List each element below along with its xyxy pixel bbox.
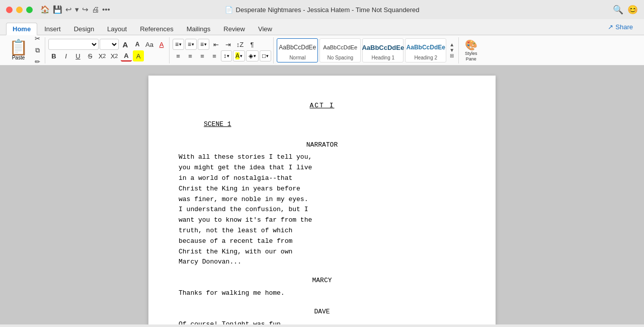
search-icon[interactable]: 🔍: [613, 5, 623, 15]
chevron-down-icon: ▼: [449, 47, 454, 53]
styles-pane-icon: 🎨: [465, 39, 477, 51]
justify-button[interactable]: ≡: [209, 50, 220, 61]
clipboard-group: 📋 Paste ✂ ⧉ ✏: [4, 37, 45, 63]
italic-button[interactable]: I: [60, 50, 71, 61]
styles-pane-label: StylesPane: [462, 51, 480, 62]
sort-button[interactable]: ↕Z: [234, 39, 246, 50]
style-h2-name: Heading 2: [414, 55, 437, 60]
save-icon[interactable]: 💾: [53, 5, 62, 14]
clear-format-button[interactable]: A: [156, 39, 167, 50]
style-normal-name: Normal: [289, 55, 305, 60]
styles-nav-button[interactable]: ▲ ▼ ⊞: [448, 37, 456, 63]
copy-button[interactable]: ⧉: [32, 45, 43, 56]
font-group: A A Aa A B I U S X2 X2 A A: [46, 37, 170, 63]
shading-button[interactable]: ◈▾: [246, 50, 259, 61]
marcy-character: MARCY: [179, 276, 465, 286]
increase-indent-button[interactable]: ⇥: [222, 39, 233, 50]
style-nospace-name: No Spacing: [327, 55, 353, 60]
text-highlight-btn[interactable]: A: [133, 50, 144, 61]
underline-button[interactable]: U: [72, 50, 84, 61]
style-h1-name: Heading 1: [371, 55, 394, 60]
multilevel-list-button[interactable]: ≡▾: [198, 39, 209, 50]
tab-review[interactable]: Review: [217, 23, 251, 35]
redo-icon[interactable]: ↪: [82, 5, 89, 14]
print-icon[interactable]: 🖨: [92, 5, 99, 14]
more-icon[interactable]: •••: [102, 5, 110, 14]
home-icon[interactable]: 🏠: [40, 5, 50, 14]
paste-button[interactable]: 📋 Paste: [6, 39, 31, 61]
grow-font-button[interactable]: A: [120, 39, 131, 50]
bullet-list-button[interactable]: ≡▾: [173, 39, 184, 50]
chevron-up-icon: ▲: [449, 42, 454, 47]
bold-button[interactable]: B: [48, 50, 59, 61]
tab-layout[interactable]: Layout: [101, 23, 133, 35]
style-normal-preview: AaBbCcDdEe: [279, 40, 316, 55]
font-size-select[interactable]: [100, 39, 119, 50]
shrink-font-button[interactable]: A: [132, 39, 143, 50]
style-nospace-preview: AaBbCcDdEe: [323, 40, 357, 55]
minimize-button[interactable]: [16, 7, 23, 13]
emoji-icon[interactable]: 😊: [627, 5, 638, 15]
superscript-button[interactable]: X2: [109, 50, 120, 61]
decrease-indent-button[interactable]: ⇤: [210, 39, 221, 50]
scene-heading: SCENE 1: [204, 119, 465, 130]
borders-button[interactable]: □▾: [260, 50, 271, 61]
styles-group: AaBbCcDdEe Normal AaBbCcDdEe No Spacing …: [275, 37, 485, 63]
document-page[interactable]: ACT I SCENE 1 NARRATOR With all these st…: [148, 76, 496, 324]
align-left-button[interactable]: ≡: [173, 50, 184, 61]
close-button[interactable]: [6, 7, 13, 13]
styles-pane-button[interactable]: 🎨 StylesPane: [458, 37, 483, 63]
share-button[interactable]: ↗ Share: [603, 21, 638, 33]
document-area[interactable]: ACT I SCENE 1 NARRATOR With all these st…: [0, 66, 644, 324]
tab-design[interactable]: Design: [68, 23, 100, 35]
line-spacing-button[interactable]: ↕▾: [221, 50, 232, 61]
pilcrow-button[interactable]: ¶: [247, 39, 258, 50]
dave-character: DAVE: [179, 307, 465, 317]
align-center-button[interactable]: ≡: [185, 50, 196, 61]
marcy-dialog: Thanks for walking me home.: [179, 288, 465, 299]
style-heading1[interactable]: AaBbCcDdEe Heading 1: [362, 38, 404, 62]
font-family-select[interactable]: [48, 39, 99, 50]
style-normal[interactable]: AaBbCcDdEe Normal: [277, 38, 318, 62]
para-bottom-row: ≡ ≡ ≡ ≡ ↕▾ A▾ ◈▾ □▾: [173, 50, 271, 61]
narrator-dialog: With all these stories I tell you, you m…: [179, 152, 465, 268]
font-color-btn[interactable]: A: [121, 50, 132, 61]
act-heading: ACT I: [179, 101, 465, 111]
title-center: 📄 Desperate Nightmares - Jessica Hatem -…: [225, 6, 420, 14]
expand-icon: ⊞: [450, 53, 454, 58]
ribbon-tabs: Home Insert Design Layout References Mai…: [0, 19, 644, 35]
strikethrough-button[interactable]: S: [85, 50, 96, 61]
ribbon-toolbar: 📋 Paste ✂ ⧉ ✏ A A Aa A B: [0, 35, 644, 66]
clipboard-sub-buttons: ✂ ⧉ ✏: [32, 33, 43, 68]
highlight-button[interactable]: A▾: [233, 50, 245, 61]
title-right-icons: 🔍 😊: [613, 5, 638, 15]
undo-dropdown-icon[interactable]: ▾: [75, 5, 79, 14]
window-controls: [6, 7, 33, 13]
title-bar: 🏠 💾 ↩ ▾ ↪ 🖨 ••• 📄 Desperate Nightmares -…: [0, 0, 644, 19]
style-heading2[interactable]: AaBbCcDdEe Heading 2: [405, 38, 446, 62]
maximize-button[interactable]: [26, 7, 33, 13]
numbered-list-button[interactable]: ≡▾: [185, 39, 197, 50]
paste-icon: 📋: [9, 40, 28, 55]
align-right-button[interactable]: ≡: [197, 50, 208, 61]
document-title: Desperate Nightmares - Jessica Hatem - T…: [236, 6, 420, 14]
font-top-row: A A Aa A: [48, 39, 167, 50]
cut-button[interactable]: ✂: [32, 33, 43, 44]
share-icon: ↗: [608, 23, 613, 31]
font-rows: A A Aa A B I U S X2 X2 A A: [48, 39, 167, 61]
subscript-button[interactable]: X2: [97, 50, 108, 61]
dave-dialog: Of course! Tonight was fun.: [179, 319, 465, 324]
change-case-button[interactable]: Aa: [144, 39, 155, 50]
undo-icon[interactable]: ↩: [65, 5, 72, 14]
paste-label: Paste: [12, 55, 25, 60]
style-h1-preview: AaBbCcDdEe: [362, 40, 404, 55]
narrator-character: NARRATOR: [179, 140, 465, 151]
tab-view[interactable]: View: [252, 23, 278, 35]
style-no-spacing[interactable]: AaBbCcDdEe No Spacing: [319, 38, 361, 62]
font-bottom-row: B I U S X2 X2 A A: [48, 50, 167, 61]
title-bar-nav-icons: 🏠 💾 ↩ ▾ ↪ 🖨 •••: [40, 5, 110, 14]
para-top-row: ≡▾ ≡▾ ≡▾ ⇤ ⇥ ↕Z ¶: [173, 39, 271, 50]
tab-references[interactable]: References: [134, 23, 179, 35]
tab-mailings[interactable]: Mailings: [181, 23, 217, 35]
doc-icon: 📄: [225, 6, 233, 14]
